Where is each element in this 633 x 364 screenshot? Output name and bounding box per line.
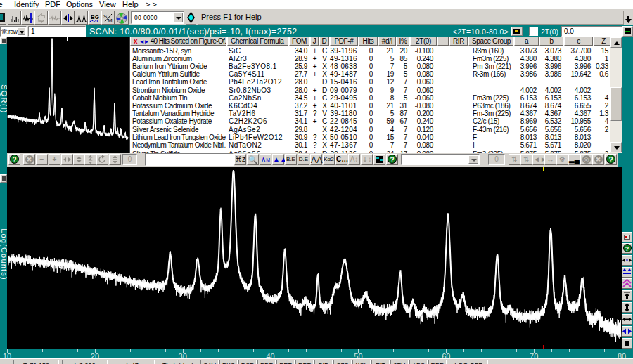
svg-text:M: M	[108, 18, 113, 24]
svg-text:BG: BG	[91, 14, 99, 20]
svg-text:S: S	[103, 13, 107, 20]
